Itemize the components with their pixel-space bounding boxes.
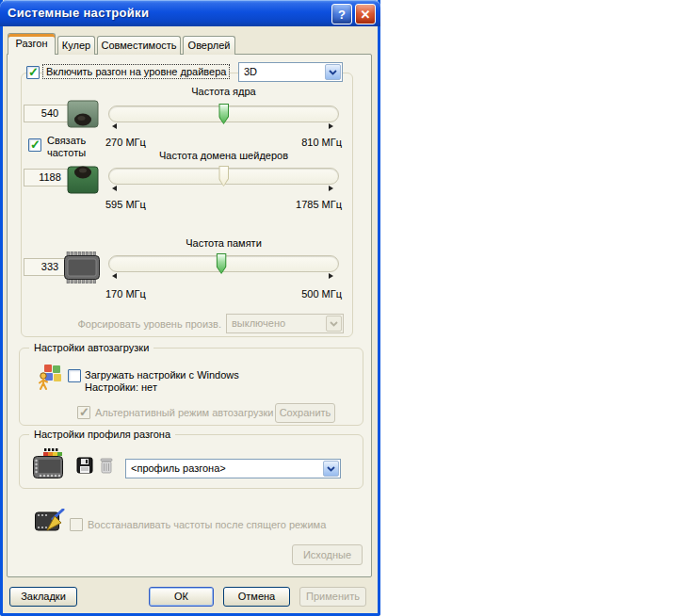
restore-sleep-checkbox	[70, 518, 83, 531]
tab-label: Разгон	[16, 38, 48, 49]
chevron-down-icon[interactable]	[323, 461, 339, 477]
profile-chip-icon	[33, 448, 65, 478]
tab-overlay[interactable]: Оверлей	[183, 36, 235, 55]
shader-max-label: 1785 МГц	[285, 199, 342, 211]
gpu-core-icon	[67, 100, 99, 128]
core-slider-max-arrow-icon	[329, 123, 333, 129]
screen: Системные настройки ? ✕ Разгон Кулер Сов…	[0, 0, 678, 616]
help-button[interactable]: ?	[331, 4, 352, 24]
enable-overclock-checkbox[interactable]	[26, 66, 40, 79]
defaults-button: Исходные	[292, 544, 363, 565]
autoload-status-text: Настройки: нет	[85, 381, 157, 394]
profile-select-value: <профиль разгона>	[131, 462, 226, 474]
delete-profile-icon	[100, 457, 113, 474]
profile-select[interactable]: <профиль разгона>	[125, 459, 341, 478]
cancel-button[interactable]: Отмена	[223, 587, 290, 607]
enable-overclock-label[interactable]: Включить разгон на уровне драйвера	[43, 65, 229, 78]
titlebar[interactable]: Системные настройки ? ✕	[0, 0, 380, 26]
memory-slider-max-arrow-icon	[329, 273, 333, 279]
shader-slider-max-arrow-icon	[329, 186, 333, 191]
alt-autoload-label: Альтернативный режим автозагрузки	[95, 407, 273, 419]
mode-select-value: 3D	[244, 66, 257, 77]
alt-autoload-checkbox	[77, 406, 90, 419]
gpu-shader-icon	[67, 166, 99, 194]
tab-label: Оверлей	[188, 40, 231, 51]
core-min-label: 270 МГц	[105, 137, 146, 149]
core-slider-thumb[interactable]	[218, 104, 229, 124]
memory-slider[interactable]	[108, 255, 339, 272]
memory-min-label: 170 МГц	[105, 288, 146, 300]
help-icon: ?	[338, 8, 346, 22]
link-frequencies-label-line2[interactable]: частоты	[47, 147, 86, 159]
close-icon: ✕	[361, 8, 371, 22]
link-frequencies-label-line1[interactable]: Связать	[47, 135, 86, 147]
window-title: Системные настройки	[8, 6, 149, 20]
autoload-group-title: Настройки автозагрузки	[29, 341, 153, 355]
shader-slider-title: Частота домена шейдеров	[108, 150, 339, 161]
memory-slider-thumb[interactable]	[217, 253, 227, 274]
link-frequencies-checkbox[interactable]	[28, 138, 41, 152]
tab-label: Кулер	[62, 40, 90, 51]
shader-slider[interactable]	[108, 168, 339, 185]
mode-select[interactable]: 3D	[238, 62, 343, 82]
profile-group-title: Настройки профиля разгона	[29, 428, 175, 442]
shader-slider-thumb[interactable]	[218, 166, 229, 186]
tab-cooler[interactable]: Кулер	[57, 36, 95, 55]
close-button[interactable]: ✕	[355, 4, 376, 24]
windows-startup-icon	[38, 364, 62, 390]
memory-chip-icon	[64, 251, 100, 284]
shader-min-label: 595 МГц	[105, 199, 146, 211]
restore-sleep-label: Восстанавливать частоты после спящего ре…	[88, 519, 326, 531]
core-slider-min-arrow-icon	[112, 123, 117, 129]
memory-slider-title: Частота памяти	[108, 237, 339, 249]
tab-compatibility[interactable]: Совместимость	[97, 36, 181, 55]
restore-sleep-icon	[35, 509, 65, 533]
apply-button: Применить	[299, 587, 366, 607]
core-slider[interactable]	[108, 105, 339, 122]
force-level-select: выключено	[226, 314, 344, 333]
force-level-label: Форсировать уровень произв.	[38, 318, 221, 331]
tab-label: Совместимость	[101, 40, 176, 51]
shader-slider-min-arrow-icon	[112, 186, 117, 191]
chevron-down-icon[interactable]	[325, 64, 341, 80]
memory-max-label: 500 МГц	[292, 288, 342, 300]
tab-overclock[interactable]: Разгон	[8, 33, 56, 55]
bookmarks-button[interactable]: Закладки	[9, 587, 77, 607]
save-button: Сохранить	[275, 403, 335, 423]
ok-button[interactable]: ОК	[149, 587, 214, 607]
save-profile-icon[interactable]	[76, 457, 93, 474]
chevron-down-icon	[326, 316, 342, 332]
load-with-windows-label[interactable]: Загружать настройки с Windows	[85, 369, 239, 381]
load-with-windows-checkbox[interactable]	[68, 369, 81, 382]
core-slider-title: Частота ядра	[108, 86, 339, 97]
force-level-value: выключено	[232, 317, 285, 329]
memory-slider-min-arrow-icon	[112, 273, 117, 279]
system-settings-dialog: Системные настройки ? ✕ Разгон Кулер Сов…	[0, 0, 380, 616]
core-max-label: 810 МГц	[292, 137, 342, 149]
